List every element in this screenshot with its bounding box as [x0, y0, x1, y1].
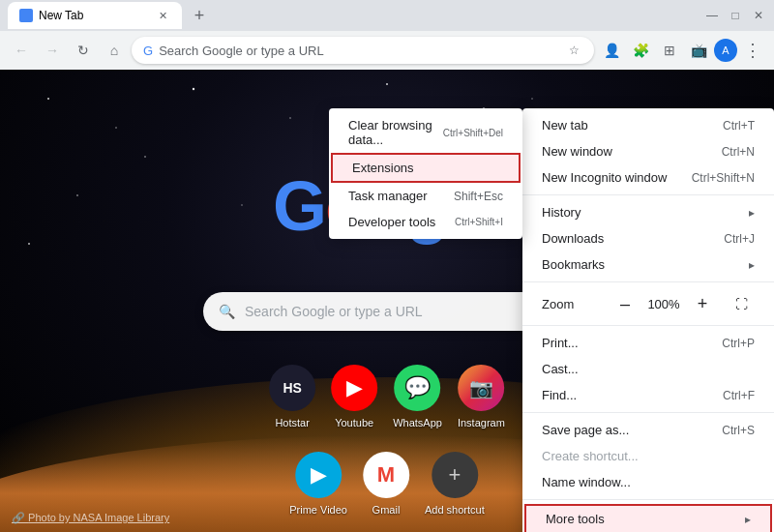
menu-item-bookmarks[interactable]: Bookmarks ▸ — [522, 251, 774, 278]
add-shortcut-label: Add shortcut — [425, 504, 485, 516]
extensions-label: Extensions — [352, 161, 499, 175]
youtube-icon: ▶ — [331, 365, 377, 411]
menu-item-more-tools[interactable]: More tools ▸ — [524, 504, 772, 532]
new-tab-label: New tab — [542, 118, 723, 133]
svg-point-4 — [386, 83, 388, 85]
clear-data-label: Clear browsing data... — [348, 118, 443, 147]
submenu-extensions[interactable]: Extensions — [331, 153, 521, 183]
menu-item-create-shortcut: Create shortcut... — [522, 443, 774, 469]
submenu-clear-data[interactable]: Clear browsing data... Ctrl+Shift+Del — [329, 112, 522, 153]
cast-icon[interactable]: 📺 — [685, 37, 712, 64]
close-button[interactable]: ✕ — [751, 8, 766, 23]
dropdown-menu: New tab Ctrl+T New window Ctrl+N New Inc… — [522, 108, 774, 532]
task-manager-shortcut: Shift+Esc — [454, 190, 503, 203]
photo-credit[interactable]: 🔗 Photo by NASA Image Library — [12, 512, 169, 524]
svg-point-1 — [115, 127, 117, 129]
search-icon: 🔍 — [219, 304, 235, 319]
minimize-button[interactable]: — — [704, 8, 720, 23]
whatsapp-label: WhatsApp — [393, 417, 442, 429]
submenu-dev-tools[interactable]: Developer tools Ctrl+Shift+I — [329, 209, 522, 235]
new-window-shortcut: Ctrl+N — [722, 145, 755, 159]
divider-2 — [522, 281, 774, 282]
print-shortcut: Ctrl+P — [722, 337, 755, 350]
bookmarks-arrow: ▸ — [749, 258, 755, 272]
extensions-icon[interactable]: 🧩 — [627, 37, 654, 64]
address-bar[interactable]: G Search Google or type a URL ☆ — [132, 37, 594, 64]
tab-search-icon[interactable]: ⊞ — [656, 37, 683, 64]
browser-content: Google 🔍 Search Google or type a URL HS … — [0, 70, 774, 532]
back-button[interactable]: ← — [8, 37, 35, 64]
prime-video-icon: ▶ — [295, 452, 342, 498]
fullscreen-button[interactable]: ⛶ — [728, 290, 755, 317]
reload-button[interactable]: ↻ — [70, 37, 97, 64]
save-page-shortcut: Ctrl+S — [722, 424, 755, 437]
add-shortcut-icon: + — [432, 452, 478, 498]
shortcut-whatsapp[interactable]: 💬 WhatsApp — [393, 365, 442, 429]
menu-item-downloads[interactable]: Downloads Ctrl+J — [522, 225, 774, 251]
svg-point-3 — [289, 117, 290, 118]
shortcut-add[interactable]: + Add shortcut — [425, 452, 485, 516]
shortcut-prime-video[interactable]: ▶ Prime Video — [289, 452, 347, 516]
svg-point-2 — [193, 88, 194, 90]
instagram-icon: 📷 — [458, 365, 504, 411]
profile-avatar[interactable]: A — [714, 39, 737, 62]
print-label: Print... — [542, 336, 722, 350]
submenu-task-manager[interactable]: Task manager Shift+Esc — [329, 183, 522, 209]
menu-item-print[interactable]: Print... Ctrl+P — [522, 330, 774, 356]
dev-tools-shortcut: Ctrl+Shift+I — [455, 217, 503, 227]
shortcut-youtube[interactable]: ▶ Youtube — [331, 365, 377, 429]
shortcut-instagram[interactable]: 📷 Instagram — [458, 365, 505, 429]
menu-item-find[interactable]: Find... Ctrl+F — [522, 382, 774, 408]
task-manager-label: Task manager — [348, 189, 454, 203]
menu-item-incognito[interactable]: New Incognito window Ctrl+Shift+N — [522, 164, 774, 191]
hotstar-icon: HS — [269, 365, 315, 411]
menu-item-cast[interactable]: Cast... — [522, 356, 774, 382]
shortcut-hotstar[interactable]: HS Hotstar — [269, 365, 315, 429]
bookmarks-label: Bookmarks — [542, 257, 741, 272]
maximize-button[interactable]: □ — [728, 8, 743, 23]
divider-4 — [522, 412, 774, 413]
youtube-label: Youtube — [335, 417, 373, 429]
new-tab-shortcut: Ctrl+T — [723, 119, 755, 133]
downloads-label: Downloads — [542, 231, 724, 246]
instagram-label: Instagram — [458, 417, 505, 429]
new-tab-button[interactable]: + — [186, 2, 213, 29]
search-bar[interactable]: 🔍 Search Google or type a URL — [203, 292, 571, 331]
forward-button[interactable]: → — [39, 37, 66, 64]
cast-label: Cast... — [542, 362, 755, 376]
menu-button[interactable]: ⋮ — [739, 37, 766, 64]
menu-item-new-window[interactable]: New window Ctrl+N — [522, 138, 774, 164]
shortcut-gmail[interactable]: M Gmail — [363, 452, 409, 516]
clear-data-shortcut: Ctrl+Shift+Del — [443, 128, 503, 138]
address-bar-row: ← → ↻ ⌂ G Search Google or type a URL ☆ … — [0, 31, 774, 70]
home-button[interactable]: ⌂ — [101, 37, 128, 64]
google-g-icon: G — [143, 44, 153, 58]
address-bar-icons: ☆ — [565, 42, 582, 59]
bookmark-star-icon[interactable]: ☆ — [565, 42, 582, 59]
whatsapp-icon: 💬 — [395, 365, 441, 411]
svg-point-0 — [47, 98, 49, 100]
active-tab[interactable]: New Tab ✕ — [8, 2, 182, 29]
create-shortcut-label: Create shortcut... — [542, 449, 755, 463]
link-icon: 🔗 — [12, 512, 25, 523]
tab-close-button[interactable]: ✕ — [155, 8, 170, 23]
zoom-in-button[interactable]: + — [689, 290, 716, 317]
new-window-label: New window — [542, 144, 722, 159]
shortcuts-row-2: ▶ Prime Video M Gmail + Add shortcut — [289, 452, 484, 516]
menu-item-save-page[interactable]: Save page as... Ctrl+S — [522, 417, 774, 443]
divider-5 — [522, 499, 774, 500]
gmail-label: Gmail — [372, 504, 401, 516]
svg-point-12 — [28, 243, 30, 245]
menu-item-name-window[interactable]: Name window... — [522, 469, 774, 495]
dev-tools-label: Developer tools — [348, 215, 455, 229]
window-controls: — □ ✕ — [704, 8, 766, 23]
find-label: Find... — [542, 388, 723, 402]
divider-1 — [522, 194, 774, 195]
svg-point-8 — [531, 98, 532, 99]
menu-item-new-tab[interactable]: New tab Ctrl+T — [522, 112, 774, 138]
account-icon[interactable]: 👤 — [598, 37, 625, 64]
zoom-out-button[interactable]: – — [611, 290, 639, 317]
history-arrow: ▸ — [749, 206, 755, 220]
menu-item-history[interactable]: History ▸ — [522, 199, 774, 225]
tab-label: New Tab — [39, 9, 83, 22]
